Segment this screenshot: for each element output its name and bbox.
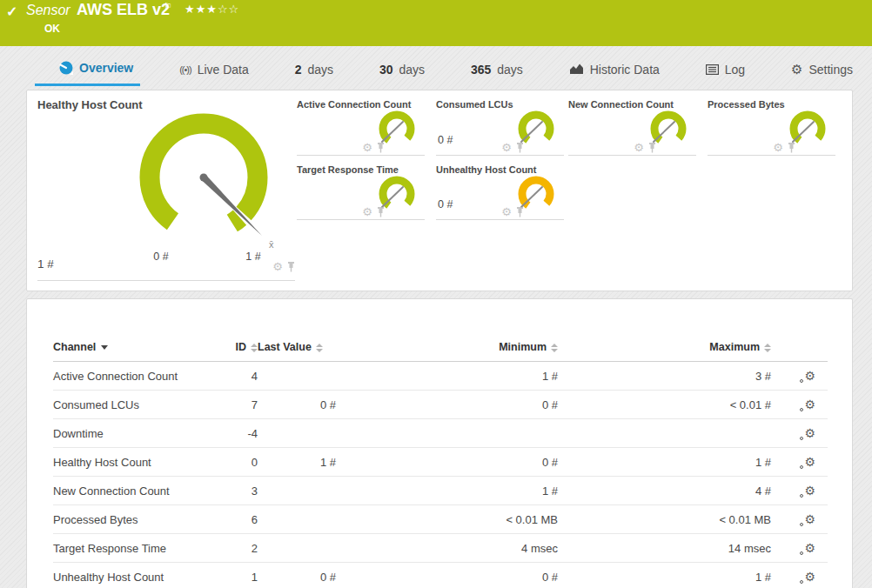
table-row[interactable]: Healthy Host Count 0 1 # 0 # 1 # ⚙: [53, 448, 828, 477]
tab-label: days: [307, 63, 333, 77]
tab-label: days: [399, 63, 425, 77]
tab-number: 365: [471, 63, 491, 77]
channel-id: 6: [210, 505, 258, 534]
priority-stars[interactable]: ★★★☆☆: [184, 3, 239, 16]
gauge-cell-consumed-lcus[interactable]: Consumed LCUs 0 # ⚙: [436, 97, 564, 156]
table-row[interactable]: Processed Bytes 6 < 0.01 MB < 0.01 MB ⚙: [53, 505, 828, 534]
channel-gear-icon[interactable]: ⚙: [773, 142, 783, 153]
column-header-channel[interactable]: Channel: [53, 336, 210, 362]
tab-live-data[interactable]: ((•)) Live Data: [172, 51, 256, 85]
pin-icon[interactable]: [648, 143, 656, 153]
channel-minimum: 0 #: [336, 448, 558, 477]
gauge-cell-new-connection-count[interactable]: New Connection Count ⚙: [568, 97, 696, 156]
pin-icon[interactable]: [516, 143, 524, 153]
gauges-panel: Healthy Host Count 0 # 1 # x̄ 1 # ⚙ Acti…: [26, 90, 853, 291]
gauge-last-value: 1 #: [37, 257, 54, 271]
channel-last-value: 0 #: [258, 391, 336, 419]
channel-minimum: < 0.01 MB: [336, 505, 558, 534]
channel-last-value: 0 #: [258, 563, 336, 588]
settings-gear-icon: ⚙: [791, 63, 802, 76]
sort-icon: [251, 344, 258, 352]
column-header-maximum[interactable]: Maximum: [558, 336, 771, 362]
channel-name[interactable]: Healthy Host Count: [53, 448, 210, 477]
channel-gear-icon[interactable]: ⚙: [634, 142, 644, 153]
channel-gear-icon[interactable]: ⚙: [501, 206, 512, 217]
channel-id: 0: [210, 448, 258, 477]
flag-icon[interactable]: ⚐: [164, 1, 172, 12]
pin-icon[interactable]: [377, 143, 385, 153]
table-row[interactable]: Unhealthy Host Count 1 0 # 0 # 1 # ⚙: [53, 563, 828, 588]
channel-minimum: 4 msec: [336, 534, 558, 563]
channel-name[interactable]: Processed Bytes: [53, 505, 210, 534]
channel-settings-gear-icon[interactable]: ⚙: [804, 427, 815, 439]
channel-settings-gear-icon[interactable]: ⚙: [804, 456, 815, 468]
sort-icon: [551, 344, 558, 352]
channel-name[interactable]: Consumed LCUs: [53, 391, 210, 419]
pin-icon[interactable]: [788, 143, 795, 153]
gauge-scale-max: 1 #: [236, 251, 271, 263]
sensor-header: ✓ Sensor AWS ELB v2 ⚐ ★★★☆☆ OK: [0, 0, 872, 46]
channel-minimum: 1 #: [336, 362, 558, 391]
gauge-average-marker: x̄: [269, 239, 274, 250]
table-row[interactable]: Consumed LCUs 7 0 # 0 # < 0.01 # ⚙: [53, 391, 828, 419]
status-badge: OK: [44, 23, 60, 35]
tab-overview[interactable]: Overview: [35, 50, 140, 86]
channel-name[interactable]: New Connection Count: [53, 477, 210, 505]
tab-settings[interactable]: ⚙ Settings: [784, 51, 860, 85]
tab-historic-data[interactable]: Historic Data: [562, 51, 667, 85]
gauge-cell-target-response-time[interactable]: Target Response Time ⚙: [297, 163, 425, 220]
tab-label: Log: [725, 63, 745, 77]
channel-name[interactable]: Target Response Time: [53, 534, 210, 563]
channel-name[interactable]: Unhealthy Host Count: [53, 563, 210, 588]
table-row[interactable]: Active Connection Count 4 1 # 3 # ⚙: [53, 362, 828, 391]
channel-settings-gear-icon[interactable]: ⚙: [804, 398, 815, 411]
channel-name[interactable]: Downtime: [53, 419, 210, 448]
channel-last-value: [258, 505, 336, 534]
sensor-name: AWS ELB v2: [77, 1, 170, 19]
pin-icon[interactable]: [377, 207, 385, 217]
sort-icon: [764, 344, 771, 352]
channel-table: Channel ID Last Value Minimum Maximum: [53, 336, 828, 588]
column-header-minimum[interactable]: Minimum: [336, 336, 558, 362]
channel-gear-icon[interactable]: ⚙: [362, 206, 372, 217]
channel-settings-gear-icon[interactable]: ⚙: [804, 513, 815, 525]
channel-settings-gear-icon[interactable]: ⚙: [804, 370, 815, 382]
channel-id: -4: [210, 419, 258, 448]
channel-id: 3: [210, 477, 258, 505]
tab-2-days[interactable]: 2 days: [288, 51, 340, 85]
channel-minimum: 0 #: [336, 391, 558, 419]
tab-number: 30: [379, 63, 393, 77]
column-header-last-value[interactable]: Last Value: [258, 336, 336, 362]
channel-settings-gear-icon[interactable]: ⚙: [804, 484, 815, 497]
channel-gear-icon[interactable]: ⚙: [362, 142, 372, 153]
pin-icon[interactable]: [287, 262, 295, 272]
table-row[interactable]: New Connection Count 3 1 # 4 # ⚙: [53, 477, 828, 505]
tab-label: Live Data: [198, 63, 249, 77]
channel-gear-icon[interactable]: ⚙: [501, 142, 512, 153]
channel-maximum: 1 #: [558, 448, 771, 477]
overview-gauge-icon: [59, 61, 73, 75]
channel-name[interactable]: Active Connection Count: [53, 362, 210, 391]
tab-log[interactable]: Log: [699, 51, 752, 85]
tab-365-days[interactable]: 365 days: [464, 51, 530, 85]
gauge-cell-unhealthy-host-count[interactable]: Unhealthy Host Count 0 # ⚙: [436, 163, 564, 220]
sort-desc-icon: [101, 345, 108, 350]
channel-table-panel: Channel ID Last Value Minimum Maximum: [26, 298, 853, 588]
tab-30-days[interactable]: 30 days: [372, 51, 432, 85]
gauge-cell-active-connection-count[interactable]: Active Connection Count ⚙: [297, 97, 425, 156]
log-list-icon: [706, 64, 719, 75]
gauge-last-value: 0 #: [438, 198, 453, 210]
tab-label: days: [497, 63, 523, 77]
channel-maximum: < 0.01 MB: [558, 505, 771, 534]
primary-gauge-cell[interactable]: Healthy Host Count 0 # 1 # x̄ 1 # ⚙: [37, 90, 295, 281]
gauge-cell-processed-bytes[interactable]: Processed Bytes ⚙: [708, 97, 835, 156]
gauge-title: Processed Bytes: [708, 99, 785, 110]
channel-gear-icon[interactable]: ⚙: [272, 261, 283, 272]
table-row[interactable]: Downtime -4 ⚙: [53, 419, 828, 448]
pin-icon[interactable]: [516, 207, 524, 217]
channel-settings-gear-icon[interactable]: ⚙: [804, 542, 815, 554]
table-row[interactable]: Target Response Time 2 4 msec 14 msec ⚙: [53, 534, 828, 563]
column-header-id[interactable]: ID: [210, 336, 258, 362]
channel-settings-gear-icon[interactable]: ⚙: [804, 571, 815, 583]
sensor-kind-label: Sensor: [26, 3, 70, 18]
